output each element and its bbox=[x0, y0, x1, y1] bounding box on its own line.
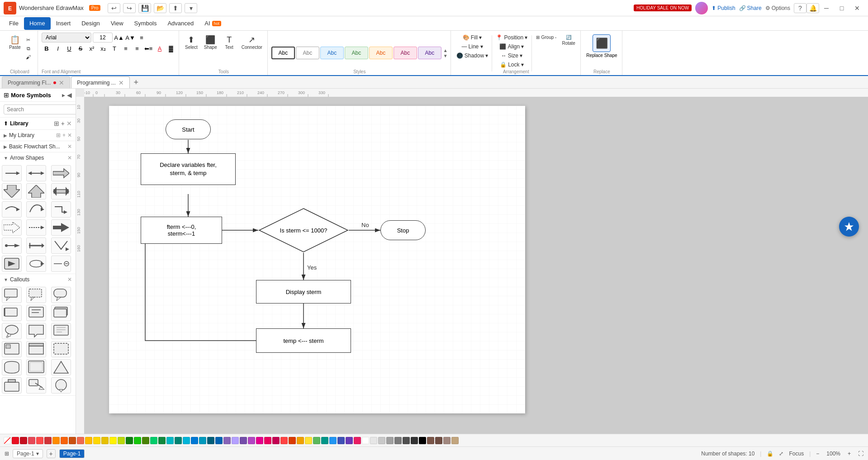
callout-shape-7[interactable] bbox=[2, 323, 22, 339]
shape-decision[interactable]: Is sterm <= 1000? bbox=[258, 208, 349, 253]
color-107c10[interactable] bbox=[126, 437, 133, 444]
color-e81123[interactable] bbox=[12, 437, 19, 444]
unordered-list-button[interactable]: ≡ bbox=[132, 43, 142, 53]
shape-start[interactable]: Start bbox=[166, 119, 211, 139]
my-library-add[interactable]: ⊞ bbox=[56, 132, 61, 138]
callout-shape-3[interactable] bbox=[51, 287, 71, 303]
color-brown2[interactable] bbox=[435, 437, 442, 444]
shape-button[interactable]: ⬛ Shape bbox=[202, 34, 219, 51]
color-ff4b4b[interactable] bbox=[36, 437, 43, 444]
callouts-close[interactable]: ✕ bbox=[67, 276, 72, 283]
publish-button[interactable]: ⬆Publish bbox=[711, 5, 735, 11]
collapse-panel-button[interactable]: ▸ bbox=[62, 91, 65, 99]
page-tab-dropdown[interactable]: ▾ bbox=[36, 451, 39, 457]
clear-format-button[interactable]: T bbox=[109, 43, 119, 53]
color-teal2[interactable] bbox=[321, 437, 328, 444]
menu-insert[interactable]: Insert bbox=[51, 17, 76, 30]
style-swatch-2[interactable]: Abc bbox=[296, 47, 319, 59]
callout-shape-16[interactable] bbox=[2, 377, 22, 394]
library-close-button[interactable]: ✕ bbox=[66, 120, 72, 127]
format-copy-button[interactable]: 🖌 bbox=[24, 53, 33, 61]
tab-1-close[interactable]: ✕ bbox=[59, 79, 64, 86]
color-00b7c3[interactable] bbox=[166, 437, 174, 444]
fill-button[interactable]: 🎨 Fill ▾ bbox=[455, 33, 490, 42]
decrease-indent-button[interactable]: ⬅≡ bbox=[143, 43, 153, 53]
arrow-shape-15[interactable] bbox=[51, 237, 71, 254]
style-swatch-1[interactable]: Abc bbox=[271, 47, 295, 59]
arrow-shape-8[interactable] bbox=[26, 201, 46, 218]
menu-symbols[interactable]: Symbols bbox=[129, 17, 162, 30]
layout-view-button[interactable]: ⊞ bbox=[5, 451, 9, 457]
flowchart-close[interactable]: ✕ bbox=[67, 143, 72, 150]
align-button[interactable]: ≡ bbox=[137, 33, 147, 43]
color-ffd700[interactable] bbox=[93, 437, 100, 444]
shape-display[interactable]: Display sterm bbox=[256, 280, 351, 304]
color-8764b8[interactable] bbox=[223, 437, 231, 444]
color-dark1[interactable] bbox=[403, 437, 410, 444]
style-scroll-down[interactable]: ▼ bbox=[443, 53, 448, 58]
ai-assistant-button[interactable] bbox=[839, 217, 859, 237]
color-b146c2[interactable] bbox=[248, 437, 255, 444]
line-button[interactable]: — Line ▾ bbox=[455, 43, 490, 51]
arrow-shape-11[interactable] bbox=[26, 219, 46, 236]
callout-shape-8[interactable] bbox=[26, 323, 46, 339]
color-744da9[interactable] bbox=[240, 437, 247, 444]
zoom-in-button[interactable]: + bbox=[848, 451, 851, 457]
menu-view[interactable]: View bbox=[105, 17, 129, 30]
color-bad80a[interactable] bbox=[118, 437, 125, 444]
my-library-close[interactable]: ✕ bbox=[67, 132, 72, 138]
style-swatch-6[interactable]: Abc bbox=[394, 47, 417, 59]
color-c30052[interactable] bbox=[272, 437, 280, 444]
arrow-shape-5[interactable] bbox=[26, 183, 46, 199]
arrow-shape-18[interactable] bbox=[51, 256, 71, 272]
underline-button[interactable]: U bbox=[64, 43, 74, 53]
color-gray2[interactable] bbox=[394, 437, 402, 444]
arrows-header[interactable]: ▼ Arrow Shapes ✕ bbox=[0, 152, 76, 163]
arrow-shape-6[interactable] bbox=[51, 183, 71, 199]
color-00cc6a[interactable] bbox=[150, 437, 157, 444]
highlight-button[interactable]: ▓ bbox=[166, 43, 176, 53]
search-input[interactable] bbox=[4, 104, 76, 114]
color-b4a0ff[interactable] bbox=[232, 437, 239, 444]
color-0099bc[interactable] bbox=[199, 437, 206, 444]
shape-assign[interactable]: fterm <---0,sterm<---1 bbox=[141, 217, 222, 244]
zoom-out-button[interactable]: − bbox=[816, 451, 819, 457]
callout-shape-15[interactable] bbox=[51, 359, 71, 375]
arrow-shape-13[interactable] bbox=[2, 237, 22, 254]
fit-button[interactable]: ⤢ bbox=[779, 451, 783, 457]
help-button[interactable]: ? bbox=[794, 3, 806, 13]
rotate-button[interactable]: 🔄 Rotate bbox=[560, 33, 577, 47]
arrow-shape-9[interactable] bbox=[51, 201, 71, 218]
shape-stop[interactable]: Stop bbox=[380, 220, 426, 240]
color-e74856[interactable] bbox=[28, 437, 35, 444]
my-library-plus[interactable]: + bbox=[62, 132, 66, 138]
color-f7630c[interactable] bbox=[61, 437, 68, 444]
callout-shape-12[interactable] bbox=[51, 341, 71, 357]
style-swatch-4[interactable]: Abc bbox=[345, 47, 368, 59]
close-button[interactable]: ✕ bbox=[850, 2, 864, 14]
arrow-shape-4[interactable] bbox=[2, 183, 22, 199]
menu-design[interactable]: Design bbox=[76, 17, 105, 30]
color-e3008c[interactable] bbox=[256, 437, 263, 444]
style-swatch-3[interactable]: Abc bbox=[320, 47, 344, 59]
paste-button[interactable]: 📋 Paste bbox=[7, 34, 23, 51]
color-0063b1[interactable] bbox=[215, 437, 223, 444]
color-light1[interactable] bbox=[370, 437, 377, 444]
arrow-shape-7[interactable] bbox=[2, 201, 22, 218]
color-white[interactable] bbox=[362, 437, 369, 444]
copy-button[interactable]: ⧉ bbox=[24, 45, 33, 52]
color-d13438[interactable] bbox=[44, 437, 52, 444]
style-swatch-7[interactable]: Abc bbox=[418, 47, 441, 59]
callout-shape-13[interactable] bbox=[2, 359, 22, 375]
increase-font-button[interactable]: A▲ bbox=[114, 33, 124, 43]
color-purple2[interactable] bbox=[346, 437, 353, 444]
color-ca5010[interactable] bbox=[69, 437, 76, 444]
color-da3b01[interactable] bbox=[289, 437, 296, 444]
bold-button[interactable]: B bbox=[42, 43, 52, 53]
add-tab-button[interactable]: + bbox=[131, 76, 142, 88]
export-button[interactable]: ⬆ bbox=[169, 3, 182, 13]
callout-shape-5[interactable] bbox=[26, 305, 46, 321]
subscript-button[interactable]: x₂ bbox=[98, 43, 108, 53]
options-button[interactable]: ⚙Options bbox=[765, 5, 790, 11]
ordered-list-button[interactable]: ≡ bbox=[121, 43, 131, 53]
